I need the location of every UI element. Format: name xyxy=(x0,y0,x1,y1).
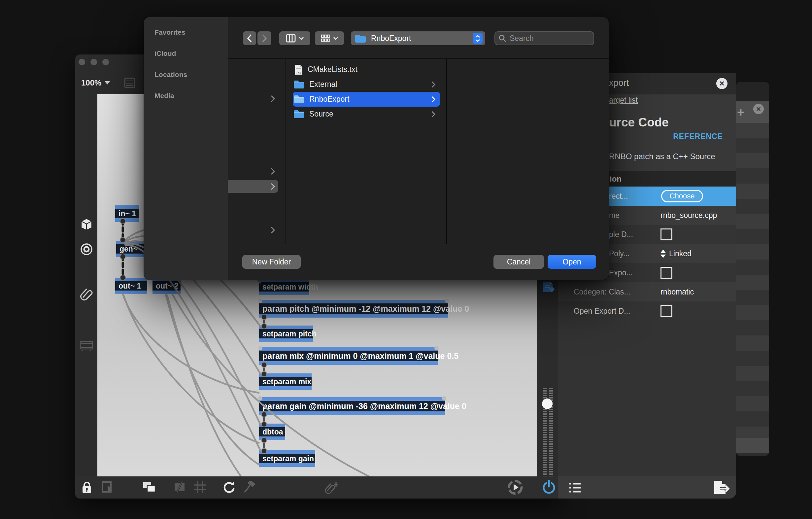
patch-object[interactable]: param gain @minimum -36 @maximum 12 @val… xyxy=(259,397,445,415)
add-icon[interactable]: + xyxy=(737,105,744,119)
power-icon[interactable] xyxy=(542,480,556,495)
patch-object-label: param gain @minimum -36 @maximum 12 @val… xyxy=(262,401,466,411)
export-panel-empty-area xyxy=(558,321,736,477)
patch-object[interactable]: in~ 1 xyxy=(115,205,139,222)
new-folder-button[interactable]: New Folder xyxy=(242,255,301,269)
target-list-link[interactable]: arget list xyxy=(609,96,638,105)
patch-object-label: param mix @minimum 0 @maximum 1 @value 0… xyxy=(262,351,459,361)
checkbox[interactable] xyxy=(661,228,672,240)
list-icon[interactable] xyxy=(569,482,582,494)
play-icon[interactable] xyxy=(508,480,523,495)
patch-object[interactable]: gen~ xyxy=(116,241,144,257)
classname-value[interactable]: rnbomatic xyxy=(661,288,694,296)
presentation-mode-icon[interactable] xyxy=(142,481,156,494)
close-panel-icon[interactable]: ✕ xyxy=(716,78,727,89)
chevron-right-icon xyxy=(271,168,275,175)
patch-object[interactable]: dbtoa xyxy=(259,424,285,440)
patch-object-label: dbtoa xyxy=(262,428,283,436)
patcher-view-icon[interactable] xyxy=(173,481,187,494)
chevron-right-icon xyxy=(271,183,275,190)
columns-icon xyxy=(286,34,296,42)
folder-icon xyxy=(293,80,304,89)
background-window-bottom xyxy=(736,453,769,456)
export-row-open-export-dir[interactable]: Open Export D... xyxy=(558,301,736,321)
open-button[interactable]: Open xyxy=(548,255,596,269)
chevron-down-icon xyxy=(299,37,304,40)
background-list-window: + ✕ xyxy=(736,82,769,456)
lock-icon[interactable] xyxy=(81,481,93,494)
choose-directory-button[interactable]: Choose xyxy=(661,190,703,202)
export-row-codegen-class[interactable]: Codegen: Clas... rnbomatic xyxy=(558,282,736,301)
patch-object[interactable]: setparam pitch xyxy=(259,325,313,342)
patch-object-label: setparam mix xyxy=(262,377,311,386)
file-row-source[interactable]: Source xyxy=(293,107,440,121)
export-file-icon[interactable] xyxy=(713,480,730,495)
sidebar-section-favorites: Favorites xyxy=(154,28,185,36)
row-label: Expo... xyxy=(609,268,633,277)
debug-probe-icon[interactable] xyxy=(242,481,256,494)
zoom-level-value: 100% xyxy=(81,78,102,87)
grid-icon[interactable] xyxy=(194,481,207,494)
zoom-window-button[interactable] xyxy=(102,59,109,65)
folder-icon xyxy=(355,34,366,43)
patch-object-label: out~ 1 xyxy=(118,282,141,291)
minimize-window-button[interactable] xyxy=(90,59,97,65)
inspector-icon[interactable] xyxy=(124,78,136,89)
patch-object[interactable]: out~ 1 xyxy=(115,278,147,294)
dialog-sidebar: Favorites iCloud Locations Media xyxy=(144,17,228,280)
folder-icon xyxy=(293,95,304,104)
patch-object[interactable]: param mix @minimum 0 @maximum 1 @value 0… xyxy=(259,347,438,365)
checkbox[interactable] xyxy=(661,267,672,279)
close-window-button[interactable] xyxy=(79,59,85,65)
folder-icon xyxy=(293,110,304,118)
cancel-button[interactable]: Cancel xyxy=(493,255,544,269)
patch-object[interactable]: setparam gain xyxy=(259,450,315,467)
search-input[interactable] xyxy=(509,34,590,43)
chevron-right-icon xyxy=(271,95,275,102)
keyboard-drawer-icon[interactable] xyxy=(79,340,94,352)
file-row-cmakelists[interactable]: TXT CMakeLists.txt xyxy=(293,62,440,77)
export-description: RNBO patch as a C++ Source xyxy=(609,152,715,161)
export-panel-title: xport xyxy=(609,78,629,88)
background-window-toolbar: + ✕ xyxy=(736,102,769,123)
file-row-external[interactable]: External xyxy=(293,77,440,92)
attach-file-icon[interactable] xyxy=(325,481,341,495)
chevron-right-icon xyxy=(431,81,435,88)
file-name: Source xyxy=(309,110,334,118)
folder-path-dropdown[interactable]: RnboExport xyxy=(351,31,485,45)
row-label: rect... xyxy=(609,192,628,201)
patch-object[interactable]: param pitch @minimum -12 @maximum 12 @va… xyxy=(259,300,448,318)
gain-slider-knob[interactable] xyxy=(542,399,553,409)
text-file-icon: TXT xyxy=(294,64,303,75)
object-box-icon[interactable] xyxy=(80,218,93,231)
patch-object[interactable]: out~ 2 xyxy=(152,278,180,294)
svg-text:TXT: TXT xyxy=(296,71,301,74)
group-icon xyxy=(321,34,330,42)
chevron-right-icon xyxy=(431,111,435,118)
refresh-icon[interactable] xyxy=(223,481,236,494)
forward-button[interactable] xyxy=(258,31,271,45)
target-icon[interactable] xyxy=(80,243,93,256)
background-window-titlebar xyxy=(736,82,769,102)
selection-tool-icon[interactable] xyxy=(101,481,115,494)
search-field[interactable] xyxy=(494,31,594,45)
remove-circle-icon[interactable]: ✕ xyxy=(753,104,764,114)
export-sidebar-icon[interactable] xyxy=(542,281,556,293)
path-stepper-icon[interactable] xyxy=(473,33,483,44)
back-button[interactable] xyxy=(243,31,256,45)
paperclip-icon[interactable] xyxy=(80,287,93,301)
background-table-footer xyxy=(736,438,769,453)
patch-object[interactable]: setparam width xyxy=(259,279,309,295)
zoom-level-dropdown[interactable]: 100% xyxy=(81,78,110,87)
group-view-button[interactable] xyxy=(315,31,344,45)
checkbox[interactable] xyxy=(661,305,672,317)
row-label: me xyxy=(609,211,619,220)
reference-link[interactable]: REFERENCE xyxy=(673,132,723,141)
chevron-down-icon xyxy=(333,37,338,40)
file-row-rnboexport-selected[interactable]: RnboExport xyxy=(293,92,440,107)
poly-stepper[interactable]: Linked xyxy=(661,249,692,258)
filename-value[interactable]: rnbo_source.cpp xyxy=(661,211,717,220)
column-view-button[interactable] xyxy=(279,31,310,45)
patch-object[interactable]: setparam mix xyxy=(259,373,312,390)
sidebar-section-media: Media xyxy=(154,92,174,100)
